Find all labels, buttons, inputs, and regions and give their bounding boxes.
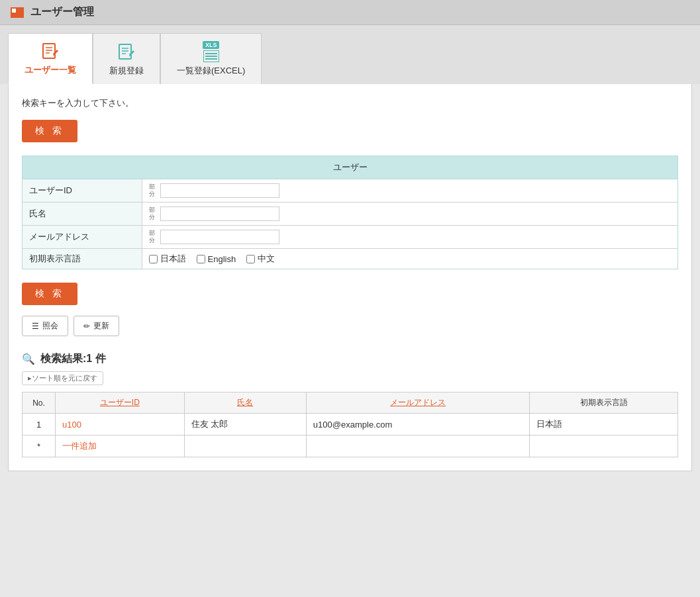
tab-excel-register[interactable]: XLS 一覧登録(EXCEL) — [160, 33, 262, 84]
label-ja: 日本語 — [160, 253, 186, 265]
results-section: 🔍 検索結果:1 件 ▸ソート順を元に戻す No. ユーザーID 氏名 — [22, 352, 678, 457]
checkbox-en[interactable] — [197, 255, 205, 263]
result-table: No. ユーザーID 氏名 メールアドレス 初期表示言語 — [22, 392, 678, 457]
input-cell-email: 部分 — [142, 226, 677, 249]
view-button-label: 照会 — [42, 320, 58, 332]
input-cell-lang: 日本語 English 中文 — [142, 249, 677, 269]
search-hint: 検索キーを入力して下さい。 — [22, 97, 678, 109]
results-title: 🔍 検索結果:1 件 — [22, 352, 678, 366]
search-table: ユーザーID 部分 氏名 部分 — [23, 179, 677, 269]
email-input[interactable] — [160, 230, 279, 244]
col-userid: ユーザーID — [56, 392, 185, 414]
label-en: English — [208, 254, 236, 264]
row1-lang: 日本語 — [530, 414, 678, 436]
col-name-link[interactable]: 氏名 — [237, 398, 253, 407]
col-userid-link[interactable]: ユーザーID — [100, 398, 140, 407]
search-table-header: ユーザー — [23, 156, 677, 179]
name-input-wrapper: 部分 — [149, 207, 672, 221]
row2-lang — [530, 436, 678, 457]
update-button-label: 更新 — [93, 320, 109, 332]
results-count: 検索結果:1 件 — [40, 352, 106, 366]
col-email-link[interactable]: メールアドレス — [390, 398, 446, 407]
row1-userid: u100 — [56, 414, 185, 436]
checkbox-item-ja[interactable]: 日本語 — [149, 253, 186, 265]
bubu-tag-userid: 部分 — [149, 183, 155, 198]
col-lang: 初期表示言語 — [530, 392, 678, 414]
row2-add-link[interactable]: 一件追加 — [62, 441, 97, 451]
list-icon: ☰ — [32, 322, 39, 331]
row2-userid: 一件追加 — [56, 436, 185, 457]
search-button-top[interactable]: 検 索 — [22, 120, 77, 142]
update-button[interactable]: ✏ 更新 — [74, 316, 119, 336]
label-email: メールアドレス — [23, 226, 142, 249]
table-row: 1 u100 住友 太郎 u100@example.com 日本語 — [23, 414, 678, 436]
input-cell-userid: 部分 — [142, 179, 677, 203]
tabs-area: ユーザー一覧 新規登録 XLS — [0, 25, 700, 84]
page-wrapper: ユーザー管理 ユーザー一覧 — [0, 0, 700, 597]
title-bar: ユーザー管理 — [0, 0, 700, 25]
row2-email — [306, 436, 530, 457]
search-table-wrapper: ユーザー ユーザーID 部分 氏 — [22, 156, 678, 269]
lang-checkbox-group: 日本語 English 中文 — [149, 253, 672, 265]
edit-new-icon — [116, 41, 137, 62]
col-email: メールアドレス — [306, 392, 530, 414]
row2-no: * — [23, 436, 56, 457]
search-row-lang: 初期表示言語 日本語 English — [23, 249, 677, 269]
checkbox-ja[interactable] — [149, 255, 158, 263]
label-name: 氏名 — [23, 203, 142, 226]
checkbox-zh[interactable] — [246, 255, 255, 263]
bubu-tag-name: 部分 — [149, 207, 155, 221]
label-lang: 初期表示言語 — [23, 249, 142, 269]
tab-new-label: 新規登録 — [109, 65, 144, 77]
tab-list-label: ユーザー一覧 — [25, 64, 76, 76]
table-row: * 一件追加 — [23, 436, 678, 457]
tab-new-register[interactable]: 新規登録 — [93, 33, 160, 84]
row1-email: u100@example.com — [306, 414, 530, 436]
tab-user-list[interactable]: ユーザー一覧 — [8, 33, 93, 84]
col-name: 氏名 — [184, 392, 306, 414]
input-cell-name: 部分 — [142, 203, 677, 226]
search-button-bottom[interactable]: 検 索 — [22, 283, 77, 305]
name-input[interactable] — [160, 207, 279, 221]
edit-list-icon — [40, 40, 61, 62]
email-input-wrapper: 部分 — [149, 230, 672, 244]
xls-icon: XLS — [203, 41, 220, 62]
svg-rect-0 — [43, 44, 55, 58]
row2-name — [184, 436, 306, 457]
svg-rect-6 — [119, 44, 131, 59]
page-title: ユーザー管理 — [30, 5, 94, 19]
tab-excel-label: 一覧登録(EXCEL) — [177, 65, 245, 77]
row1-name: 住友 太郎 — [184, 414, 306, 436]
content-area: 検索キーを入力して下さい。 検 索 ユーザー ユーザーID 部分 — [8, 84, 692, 471]
row1-no: 1 — [23, 414, 56, 436]
bubu-tag-email: 部分 — [149, 230, 155, 244]
search-row-name: 氏名 部分 — [23, 203, 677, 226]
checkbox-item-en[interactable]: English — [197, 254, 236, 264]
sort-reset-link[interactable]: ▸ソート順を元に戻す — [22, 371, 103, 385]
row1-userid-link[interactable]: u100 — [62, 420, 81, 430]
search-row-email: メールアドレス 部分 — [23, 226, 677, 249]
col-no: No. — [23, 392, 56, 414]
pencil-icon: ✏ — [83, 322, 90, 331]
title-bar-icon — [11, 7, 24, 18]
view-button[interactable]: ☰ 照会 — [22, 316, 68, 336]
result-table-header-row: No. ユーザーID 氏名 メールアドレス 初期表示言語 — [23, 392, 678, 414]
action-buttons: ☰ 照会 ✏ 更新 — [22, 316, 678, 336]
label-userid: ユーザーID — [23, 179, 142, 203]
userid-input[interactable] — [160, 183, 279, 198]
userid-input-wrapper: 部分 — [149, 183, 672, 198]
search-results-icon: 🔍 — [22, 353, 35, 365]
checkbox-item-zh[interactable]: 中文 — [246, 253, 275, 265]
search-row-userid: ユーザーID 部分 — [23, 179, 677, 203]
label-zh: 中文 — [258, 253, 275, 265]
